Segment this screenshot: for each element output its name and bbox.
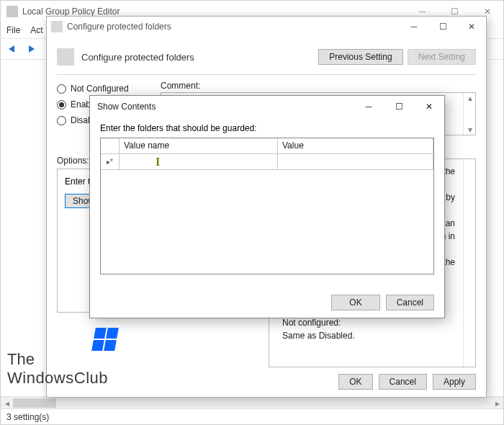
text-cursor-icon: I [156,156,160,169]
status-text: 3 setting(s) [6,412,49,422]
scroll-left-icon[interactable]: ◂ [1,397,13,409]
gpedit-app-icon [6,6,18,17]
maximize-icon[interactable]: ☐ [384,96,414,117]
configure-heading: Configure protected folders [81,52,194,63]
help-text: Same as Disabled. [275,329,469,342]
values-grid[interactable]: Value name Value ▸* I [100,138,434,274]
configure-title: Configure protected folders [67,22,171,32]
show-contents-prompt: Enter the folders that should be guarded… [100,123,434,133]
forward-button[interactable] [24,41,40,57]
statusbar: 3 setting(s) [1,408,503,424]
radio-not-configured[interactable]: Not Configured [57,81,150,97]
scroll-up-icon[interactable]: ▴ [464,93,476,103]
back-button[interactable] [4,41,19,57]
watermark: The WindowsClub [7,328,117,388]
divider [57,74,476,75]
comment-label: Comment: [161,81,200,91]
gpedit-title: Local Group Policy Editor [22,6,120,17]
configure-titlebar[interactable]: Configure protected folders ─ ☐ ✕ [47,17,486,37]
show-contents-dialog: Show Contents ─ ☐ ✕ Enter the folders th… [89,95,445,318]
maximize-icon[interactable]: ☐ [428,17,457,37]
apply-button[interactable]: Apply [433,374,476,390]
radio-icon [57,100,66,109]
ok-button[interactable]: OK [338,374,372,390]
menu-file[interactable]: File [6,25,20,35]
column-value[interactable]: Value [278,138,433,153]
show-contents-titlebar[interactable]: Show Contents ─ ☐ ✕ [90,96,444,117]
next-setting-button[interactable]: Next Setting [408,49,476,65]
close-icon[interactable]: ✕ [414,96,444,117]
value-cell[interactable] [278,154,433,170]
windows-logo-icon [91,328,119,351]
options-label: Options: [57,156,89,166]
horizontal-scrollbar[interactable]: ◂ ▸ [1,396,503,408]
watermark-line1: The [7,350,117,369]
grid-new-row[interactable]: ▸* I [101,154,433,170]
minimize-icon[interactable]: ─ [354,96,384,117]
scroll-down-icon[interactable]: ▾ [464,125,476,135]
minimize-icon[interactable]: ─ [400,17,428,37]
scroll-thumb[interactable] [13,398,56,408]
radio-icon [57,116,66,125]
arrow-left-icon [9,45,14,53]
show-contents-title: Show Contents [97,102,156,112]
grid-corner [101,138,120,153]
close-icon[interactable]: ✕ [457,17,486,37]
scroll-right-icon[interactable]: ▸ [491,397,503,409]
radio-label: Not Configured [71,84,129,94]
ok-button[interactable]: OK [331,295,379,310]
previous-setting-button[interactable]: Previous Setting [318,49,402,65]
watermark-line2: WindowsClub [7,369,117,388]
value-name-cell[interactable]: I [120,154,278,170]
configure-titlebar-icon [51,21,63,32]
menu-action[interactable]: Act [30,25,42,35]
grid-header: Value name Value [101,138,433,154]
cancel-button[interactable]: Cancel [386,295,434,310]
row-indicator-icon: ▸* [101,154,120,170]
cancel-button[interactable]: Cancel [379,374,427,390]
arrow-right-icon [29,45,35,53]
radio-icon [57,84,66,94]
policy-icon [57,48,74,66]
column-value-name[interactable]: Value name [120,138,278,153]
